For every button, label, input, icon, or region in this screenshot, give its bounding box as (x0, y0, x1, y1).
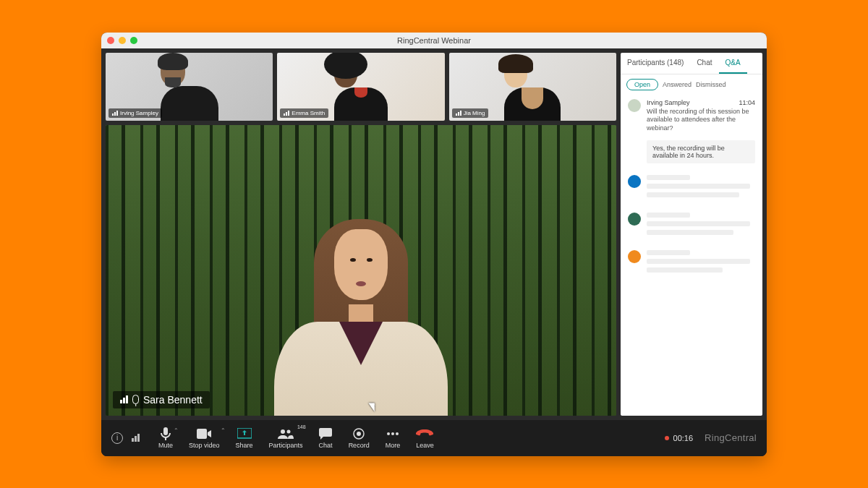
content-area: Irving Sampley Emma Smith (101, 48, 767, 456)
speaker-figure (274, 229, 448, 416)
qa-answer: Yes, the recording will be available in … (647, 140, 755, 163)
signal-icon (120, 395, 128, 403)
titlebar: RingCentral Webinar (101, 33, 767, 48)
signal-icon[interactable] (132, 434, 140, 442)
question-author: Irving Sampley (647, 99, 690, 106)
svg-point-5 (387, 432, 390, 435)
info-icon[interactable]: i (111, 432, 123, 444)
qa-skeleton-item (621, 207, 762, 244)
recording-timer: 00:16 (665, 434, 694, 442)
chat-button[interactable]: Chat (312, 424, 340, 452)
record-icon (353, 427, 365, 440)
side-panel-tabs: Participants (148) Chat Q&A (621, 53, 762, 74)
participant-name-tag: Jia Ming (452, 108, 489, 118)
button-label: Chat (319, 442, 333, 449)
participant-thumbnail[interactable]: Emma Smith (277, 53, 444, 121)
question-time: 11:04 (739, 99, 755, 106)
record-button[interactable]: Record (341, 424, 377, 452)
main-video[interactable]: Sara Bennett (106, 125, 616, 416)
avatar (628, 250, 641, 263)
share-button[interactable]: Share (229, 424, 260, 452)
qa-skeleton-item (621, 169, 762, 207)
brand-label: RingCentral (705, 432, 757, 443)
participant-name-tag: Emma Smith (280, 108, 328, 118)
avatar (628, 213, 641, 226)
more-button[interactable]: More (378, 424, 408, 452)
avatar (628, 99, 641, 112)
button-label: Leave (416, 442, 434, 449)
filter-dismissed[interactable]: Dismissed (696, 81, 726, 88)
speaker-name: Sara Bennett (143, 394, 203, 406)
participant-name: Irving Sampley (120, 110, 158, 116)
svg-point-2 (287, 429, 291, 433)
svg-point-6 (391, 432, 394, 435)
qa-skeleton-item (621, 244, 762, 282)
participant-name: Jia Ming (464, 110, 485, 116)
share-screen-icon (237, 427, 252, 440)
participants-icon (278, 427, 294, 440)
button-label: Record (349, 442, 370, 449)
filter-answered[interactable]: Answered (663, 81, 692, 88)
participants-count-badge: 148 (296, 424, 307, 429)
chevron-up-icon[interactable]: ⌃ (174, 427, 179, 434)
window-title: RingCentral Webinar (101, 36, 767, 45)
toolbar: i ⌃ Mute ⌃ Stop video (101, 420, 767, 456)
question-text: Will the recording of this session be av… (647, 108, 755, 133)
chevron-up-icon[interactable]: ⌃ (221, 427, 226, 434)
leave-button[interactable]: Leave (409, 424, 441, 452)
button-label: Participants (269, 442, 303, 449)
video-icon (197, 427, 211, 440)
video-column: Irving Sampley Emma Smith (106, 53, 616, 416)
button-label: More (386, 442, 401, 449)
qa-question-item[interactable]: Irving Sampley 11:04 Will the recording … (621, 95, 762, 137)
app-window: RingCentral Webinar Irving Sampley (101, 33, 767, 456)
avatar (628, 175, 641, 188)
more-icon (386, 427, 399, 440)
signal-icon (284, 111, 289, 116)
svg-point-7 (396, 432, 399, 435)
chat-icon (319, 427, 332, 440)
microphone-icon (161, 427, 171, 440)
mute-button[interactable]: ⌃ Mute (151, 424, 180, 452)
side-panel: Participants (148) Chat Q&A Open Answere… (621, 53, 762, 416)
timer-value: 00:16 (673, 434, 694, 442)
signal-icon (112, 111, 118, 116)
hangup-icon (416, 427, 433, 440)
participant-thumbnail[interactable]: Irving Sampley (106, 53, 273, 121)
stop-video-button[interactable]: ⌃ Stop video (182, 424, 227, 452)
svg-point-1 (281, 429, 285, 434)
tab-chat[interactable]: Chat (690, 53, 718, 74)
participants-button[interactable]: 148 Participants (262, 424, 310, 452)
signal-icon (456, 111, 461, 116)
filter-open[interactable]: Open (626, 79, 658, 90)
participant-name: Emma Smith (292, 110, 325, 116)
participant-thumbnail[interactable]: Jia Ming (449, 53, 616, 121)
speaker-name-tag: Sara Bennett (113, 391, 210, 408)
tab-participants[interactable]: Participants (148) (621, 53, 690, 74)
participant-name-tag: Irving Sampley (109, 108, 162, 118)
qa-filter-row: Open Answered Dismissed (621, 74, 762, 95)
button-label: Mute (158, 442, 173, 449)
upper-area: Irving Sampley Emma Smith (101, 48, 767, 420)
thumbnail-strip: Irving Sampley Emma Smith (106, 53, 616, 121)
microphone-icon (132, 395, 139, 404)
svg-point-4 (357, 432, 361, 436)
button-label: Share (236, 442, 253, 449)
button-label: Stop video (189, 442, 220, 449)
recording-dot-icon (665, 436, 669, 440)
tab-qa[interactable]: Q&A (719, 53, 747, 74)
